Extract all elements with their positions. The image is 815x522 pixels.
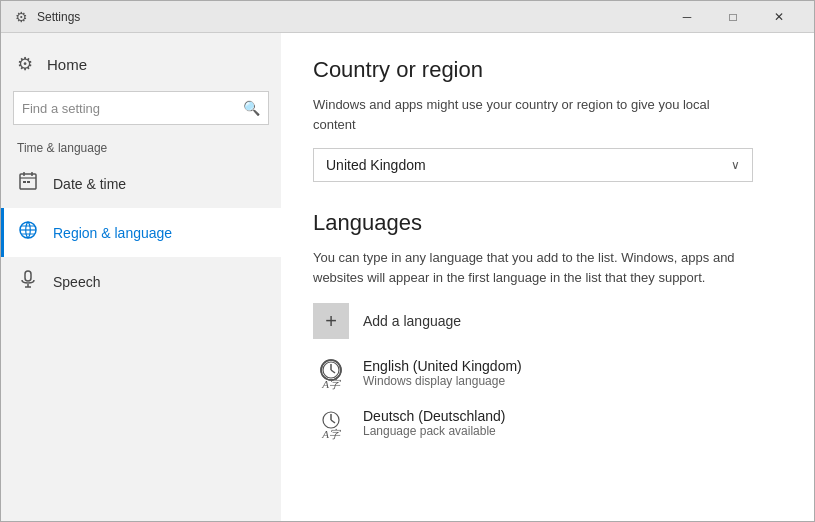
window-title: Settings [37,10,664,24]
add-language-button[interactable]: + Add a language [313,303,782,339]
main-panel: Country or region Windows and apps might… [281,33,814,521]
svg-rect-5 [27,181,30,183]
svg-line-18 [331,370,335,373]
add-language-label: Add a language [363,313,461,329]
languages-desc: You can type in any language that you ad… [313,248,753,287]
add-icon: + [313,303,349,339]
sidebar-item-date-time[interactable]: Date & time [1,159,281,208]
country-dropdown[interactable]: United Kingdom ∨ [313,148,753,182]
home-icon: ⚙ [17,53,33,75]
chevron-down-icon: ∨ [731,158,740,172]
country-region-section: Country or region Windows and apps might… [313,57,782,182]
language-info-deutsch: Deutsch (Deutschland) Language pack avai… [363,408,505,438]
sidebar: ⚙ Home 🔍 Time & language Date & time [1,33,281,521]
sidebar-item-speech-label: Speech [53,274,100,290]
sidebar-section-label: Time & language [1,133,281,159]
languages-section: Languages You can type in any language t… [313,210,782,441]
speech-icon [17,269,39,294]
title-bar: ⚙ Settings ─ □ ✕ [1,1,814,33]
sidebar-item-region-language[interactable]: Region & language [1,208,281,257]
language-name-deutsch: Deutsch (Deutschland) [363,408,505,424]
language-item-english[interactable]: A字 English (United Kingdom) Windows disp… [313,355,782,391]
language-item-deutsch[interactable]: A字 Deutsch (Deutschland) Language pack a… [313,405,782,441]
search-box[interactable]: 🔍 [13,91,269,125]
sidebar-item-region-language-label: Region & language [53,225,172,241]
language-icon-english: A字 [313,355,349,391]
search-input[interactable] [22,101,243,116]
window-controls: ─ □ ✕ [664,1,802,33]
svg-rect-4 [23,181,26,183]
maximize-button[interactable]: □ [710,1,756,33]
language-sub-english: Windows display language [363,374,522,388]
language-info-english: English (United Kingdom) Windows display… [363,358,522,388]
language-icon-deutsch: A字 [313,405,349,441]
country-dropdown-value: United Kingdom [326,157,426,173]
date-time-icon [17,171,39,196]
app-body: ⚙ Home 🔍 Time & language Date & time [1,33,814,521]
languages-title: Languages [313,210,782,236]
close-button[interactable]: ✕ [756,1,802,33]
sidebar-item-speech[interactable]: Speech [1,257,281,306]
app-icon: ⚙ [13,9,29,25]
svg-rect-10 [25,271,31,281]
sidebar-item-date-time-label: Date & time [53,176,126,192]
svg-text:A字: A字 [321,428,341,440]
home-label: Home [47,56,87,73]
language-sub-deutsch: Language pack available [363,424,505,438]
language-name-english: English (United Kingdom) [363,358,522,374]
svg-line-22 [331,420,335,423]
sidebar-home[interactable]: ⚙ Home [1,41,281,87]
region-language-icon [17,220,39,245]
minimize-button[interactable]: ─ [664,1,710,33]
search-icon: 🔍 [243,100,260,116]
country-region-title: Country or region [313,57,782,83]
country-region-desc: Windows and apps might use your country … [313,95,753,134]
svg-text:A字: A字 [321,378,341,390]
